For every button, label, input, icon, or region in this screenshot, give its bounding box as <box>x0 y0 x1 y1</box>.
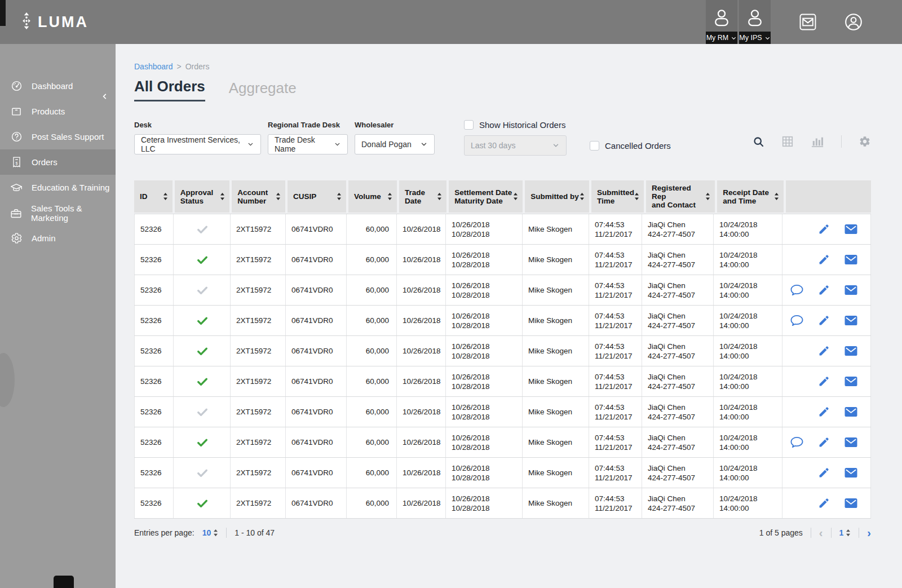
sidebar-item-label: Education & Training <box>32 183 109 192</box>
wholesaler-select[interactable]: Donald Pogan <box>355 134 435 154</box>
sort-icon[interactable] <box>705 192 710 201</box>
cell-id: 52326 <box>134 306 174 335</box>
column-header-submitted_by[interactable]: Submitted by <box>525 180 589 213</box>
chevron-left-icon <box>101 92 109 101</box>
cancelled-orders-checkbox-row[interactable]: Cancelled Orders <box>590 141 671 151</box>
sort-icon[interactable] <box>634 192 639 201</box>
cell-approval <box>174 488 231 518</box>
column-header-volume[interactable]: Volume <box>348 180 397 213</box>
sort-icon[interactable] <box>437 192 442 201</box>
edit-icon[interactable] <box>818 254 830 266</box>
column-header-approval[interactable]: Approval Status <box>175 180 229 213</box>
sort-icon[interactable] <box>337 192 342 201</box>
cell-settlement: 10/26/2018 10/28/2018 <box>446 245 523 275</box>
sidebar-item-post-sales-support[interactable]: Post Sales Support <box>0 124 116 149</box>
edit-icon[interactable] <box>818 315 830 326</box>
settings-icon[interactable] <box>859 135 871 148</box>
content: Dashboard > Orders All Orders Aggregate … <box>116 44 902 588</box>
column-header-rep[interactable]: Registered Rep and Contact <box>646 180 715 213</box>
sidebar-item-admin[interactable]: Admin <box>0 226 116 251</box>
column-header-trade_date[interactable]: Trade Date <box>399 180 446 213</box>
entries-per-page-stepper[interactable]: 10 <box>202 528 219 537</box>
cell-settlement: 10/26/2018 10/28/2018 <box>446 336 523 366</box>
sidebar-item-label: Admin <box>32 233 56 243</box>
comment-icon[interactable] <box>790 284 804 297</box>
mail-icon[interactable] <box>798 12 817 32</box>
cell-approval <box>174 366 231 396</box>
cell-cusip: 06741VDR0 <box>286 397 347 427</box>
my-ips-button[interactable]: My IPS <box>739 0 771 44</box>
sort-icon[interactable] <box>774 192 779 201</box>
show-historical-checkbox-row[interactable]: Show Historical Orders <box>464 120 567 130</box>
comment-icon[interactable] <box>790 436 804 449</box>
envelope-icon[interactable] <box>844 315 858 326</box>
sort-icon[interactable] <box>580 192 585 201</box>
edit-icon[interactable] <box>818 345 830 357</box>
my-rm-button[interactable]: My RM <box>706 0 737 44</box>
envelope-icon[interactable] <box>844 406 858 418</box>
envelope-icon[interactable] <box>844 497 858 509</box>
column-label: Receipt Date and Time <box>723 188 769 205</box>
sidebar-item-products[interactable]: Products <box>0 99 116 124</box>
table-row: 523262XT1597206741VDR060,00010/26/201810… <box>134 366 871 397</box>
page-number-stepper[interactable]: 1 <box>839 528 851 537</box>
chart-view-icon[interactable] <box>811 135 824 148</box>
edit-icon[interactable] <box>818 406 830 418</box>
sidebar-item-sales-tools-marketing[interactable]: Sales Tools & Marketing <box>0 200 116 226</box>
sidebar-collapse-button[interactable] <box>101 91 109 103</box>
cancelled-orders-checkbox[interactable] <box>590 141 599 151</box>
chevron-down-icon <box>247 140 254 148</box>
sidebar-item-education-training[interactable]: Education & Training <box>0 175 116 200</box>
comment-icon[interactable] <box>790 314 804 327</box>
column-header-id[interactable]: ID <box>134 180 173 213</box>
sidebar-handle[interactable] <box>0 353 15 407</box>
envelope-icon[interactable] <box>844 436 858 448</box>
cell-actions <box>782 214 871 244</box>
cell-actions <box>782 336 871 366</box>
next-page-button[interactable]: › <box>867 527 871 538</box>
envelope-icon[interactable] <box>844 375 858 387</box>
edit-icon[interactable] <box>818 436 830 448</box>
column-header-cusip[interactable]: CUSIP <box>288 180 346 213</box>
sort-icon[interactable] <box>276 192 281 201</box>
column-header-submitted_time[interactable]: Submitted Time <box>591 180 644 213</box>
cell-cusip: 06741VDR0 <box>286 336 347 366</box>
prev-page-button[interactable]: ‹ <box>819 527 823 538</box>
edit-icon[interactable] <box>818 284 830 296</box>
grid-view-icon[interactable] <box>781 135 794 148</box>
sidebar-item-dashboard[interactable]: Dashboard <box>0 73 116 99</box>
regional-trade-desk-select[interactable]: Trade Desk Name <box>268 134 348 154</box>
edit-icon[interactable] <box>818 223 830 235</box>
account-icon[interactable] <box>843 12 864 32</box>
envelope-icon[interactable] <box>844 223 858 235</box>
sort-icon[interactable] <box>220 192 225 201</box>
breadcrumb-dashboard-link[interactable]: Dashboard <box>134 62 173 71</box>
cell-cusip: 06741VDR0 <box>286 214 347 244</box>
cell-actions <box>782 366 871 396</box>
cell-trade_date: 10/26/2018 <box>397 306 446 335</box>
search-icon[interactable] <box>753 136 764 148</box>
column-header-settlement[interactable]: Settlement Date Maturity Date <box>449 180 523 213</box>
sort-icon[interactable] <box>163 192 168 201</box>
column-label: Account Number <box>237 188 268 205</box>
column-header-account[interactable]: Account Number <box>232 180 285 213</box>
tab-all-orders[interactable]: All Orders <box>134 78 205 101</box>
envelope-icon[interactable] <box>844 254 858 266</box>
envelope-icon[interactable] <box>844 345 858 357</box>
envelope-icon[interactable] <box>844 467 858 479</box>
edit-icon[interactable] <box>818 375 830 387</box>
edit-icon[interactable] <box>818 497 830 509</box>
desk-select[interactable]: Cetera Investment Services, LLC <box>134 134 261 154</box>
sort-icon[interactable] <box>513 192 518 201</box>
column-header-receipt[interactable]: Receipt Date and Time <box>717 180 784 213</box>
sidebar-item-orders[interactable]: $Orders <box>0 149 116 175</box>
envelope-icon[interactable] <box>844 284 858 296</box>
logo-text: LUMA <box>38 14 89 31</box>
cell-settlement: 10/26/2018 10/28/2018 <box>446 366 523 396</box>
cell-submitted_time: 07:44:53 11/21/2017 <box>589 245 642 275</box>
cell-account: 2XT15972 <box>231 214 286 244</box>
show-historical-checkbox[interactable] <box>464 120 474 130</box>
sort-icon[interactable] <box>387 192 392 201</box>
edit-icon[interactable] <box>818 467 830 479</box>
tab-aggregate[interactable]: Aggregate <box>229 79 297 101</box>
